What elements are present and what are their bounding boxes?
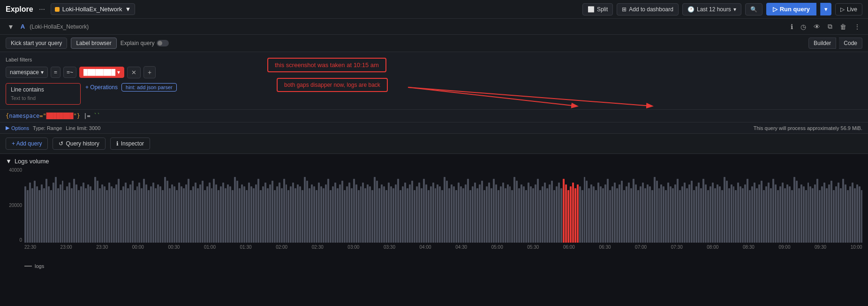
label-filters-title: Label filters — [6, 57, 862, 62]
delete-icon[interactable]: 🗑 — [838, 22, 848, 31]
chart-bar — [791, 190, 793, 243]
y-label-20000: 20000 — [6, 203, 22, 208]
chart-bar — [859, 186, 860, 243]
chart-bar — [719, 186, 721, 243]
chart-bar — [353, 179, 355, 243]
options-row: ▶ Options Type: Range Line limit: 3000 T… — [0, 122, 868, 134]
chart-bar — [83, 183, 84, 243]
chart-bar — [570, 186, 572, 243]
chart-bar — [274, 190, 276, 243]
chart-bar — [796, 181, 798, 243]
chart-bar — [537, 179, 539, 243]
logs-volume-section: ▼ Logs volume 40000 20000 0 22:30 23:00 … — [0, 154, 868, 269]
chart-bar — [279, 183, 280, 243]
chart-bar — [371, 190, 373, 243]
namespace-select[interactable]: namespace ▾ — [6, 67, 48, 78]
chart-bar — [856, 184, 858, 243]
filter-value-select[interactable]: ████████ ▾ — [79, 67, 124, 78]
tilde-selector[interactable]: =~ — [63, 67, 76, 78]
datasource-selector[interactable]: Loki-HollaEx_Network ▼ — [51, 3, 136, 15]
options-toggle[interactable]: ▶ Options — [6, 125, 29, 131]
duplicate-icon[interactable]: ⧉ — [826, 22, 834, 31]
explain-query-tab[interactable]: Explain query — [121, 40, 169, 46]
chart-bar — [712, 183, 714, 243]
chart-bar — [241, 184, 243, 243]
chart-bar — [518, 188, 520, 243]
search-button[interactable]: 🔍 — [745, 3, 762, 15]
time-range-button[interactable]: 🕐 Last 12 hours ▾ — [682, 3, 741, 15]
run-query-button[interactable]: ▷ Run query — [766, 3, 816, 15]
split-icon: ⬜ — [588, 6, 595, 13]
chart-bar — [768, 183, 770, 243]
builder-mode-button[interactable]: Builder — [808, 38, 836, 49]
chart-bar — [383, 186, 385, 243]
text-to-find-input[interactable] — [11, 95, 75, 101]
eye-icon[interactable]: 👁 — [812, 22, 822, 31]
chart-bar — [64, 190, 66, 243]
filter-add-button[interactable]: + — [143, 66, 156, 78]
chart-bar — [68, 183, 70, 243]
code-mode-button[interactable]: Code — [839, 38, 862, 49]
chart-bar — [481, 181, 483, 243]
chart-bar — [731, 184, 732, 243]
chart-bar — [395, 184, 397, 243]
chart-bar — [428, 190, 430, 243]
disable-icon[interactable]: ◷ — [799, 22, 808, 31]
chart-bar — [369, 186, 371, 243]
chart-bar — [190, 190, 192, 243]
add-operations-button[interactable]: + Operations — [85, 84, 118, 91]
filter-clear-button[interactable]: ✕ — [127, 67, 141, 78]
kick-start-tab[interactable]: Kick start your query — [6, 38, 67, 49]
chart-bar — [132, 181, 134, 243]
chart-bar — [611, 186, 613, 243]
split-button[interactable]: ⬜ Split — [582, 3, 613, 15]
chart-bar — [113, 188, 115, 243]
chart-bar — [311, 184, 313, 243]
chart-bar — [381, 184, 383, 243]
qc-close-brace: "} — [74, 113, 80, 119]
add-to-dashboard-button[interactable]: ⊞ Add to dashboard — [617, 3, 679, 15]
inspector-button[interactable]: ℹ Inspector — [110, 138, 150, 150]
chart-bar — [808, 183, 809, 243]
chart-bar — [565, 184, 567, 243]
chart-bar — [513, 177, 515, 243]
chart-bar — [255, 184, 257, 243]
logs-volume-header[interactable]: ▼ Logs volume — [0, 158, 868, 168]
live-button[interactable]: ▷ Live — [835, 3, 862, 15]
datasource-chevron-icon: ▼ — [125, 6, 131, 13]
explain-toggle[interactable] — [157, 40, 169, 46]
chart-bar — [556, 186, 558, 243]
chart-bar — [169, 188, 171, 243]
chart-bar — [243, 186, 245, 243]
chart-bar — [225, 188, 226, 243]
chart-bar — [786, 184, 788, 243]
query-history-button[interactable]: ↺ Query history — [53, 138, 105, 150]
chart-bar — [129, 184, 131, 243]
chart-bar — [162, 190, 164, 243]
chart-bar — [560, 188, 562, 243]
chart-bar — [623, 190, 625, 243]
chart-bar — [60, 184, 61, 243]
chart-bar — [385, 190, 387, 243]
add-query-button[interactable]: + Add query — [6, 138, 48, 150]
info-icon[interactable]: ℹ — [789, 22, 795, 31]
hint-pill-button[interactable]: hint: add json parser — [121, 83, 177, 92]
share-button[interactable]: ⋯ — [37, 4, 47, 15]
eq-selector[interactable]: = — [51, 67, 60, 78]
chart-bar — [476, 188, 478, 243]
more-icon[interactable]: ⋮ — [852, 22, 862, 31]
chart-bar — [821, 186, 823, 243]
chart-bar — [849, 186, 851, 243]
chart-bar — [465, 184, 467, 243]
label-browser-tab[interactable]: Label browser — [71, 38, 116, 49]
collapse-button[interactable]: ▼ — [6, 22, 16, 31]
chart-bar — [80, 186, 82, 243]
chart-bar — [48, 186, 50, 243]
chevron-down-icon: ▾ — [41, 69, 44, 76]
chart-bar — [500, 186, 502, 243]
chart-bar — [414, 190, 415, 243]
chart-bar — [99, 188, 101, 243]
chart-bar — [714, 188, 716, 243]
query-builder: Label filters namespace ▾ = =~ ████████ … — [0, 52, 868, 110]
run-query-dropdown-button[interactable]: ▾ — [820, 3, 831, 15]
